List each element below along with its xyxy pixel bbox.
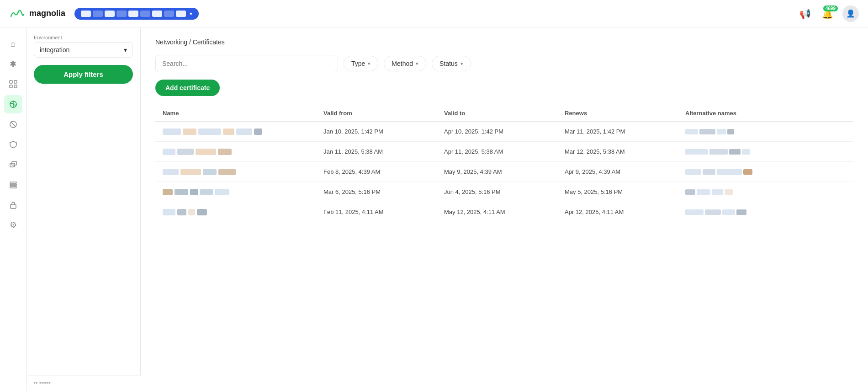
topbar: magnolia ▾ 📢 🔔 4699 👤 <box>0 0 868 27</box>
row-2-valid-to: Apr 11, 2025, 5:38 AM <box>444 148 565 155</box>
table-row[interactable]: Jan 10, 2025, 1:42 PM Apr 10, 2025, 1:42… <box>155 122 853 142</box>
row-4-valid-to: Jun 4, 2025, 5:16 PM <box>444 188 565 195</box>
row-4-valid-from: Mar 6, 2025, 5:16 PM <box>323 188 444 195</box>
row-4-name <box>163 189 323 195</box>
add-certificate-button[interactable]: Add certificate <box>155 80 220 96</box>
sidebar-item-grid[interactable] <box>4 75 22 93</box>
breadcrumb-separator: / <box>187 38 193 46</box>
logo-text: magnolia <box>29 9 65 18</box>
env-block-9 <box>176 11 186 17</box>
method-filter-button[interactable]: Method ▾ <box>384 56 426 71</box>
env-selector[interactable]: ▾ <box>74 8 199 20</box>
sidebar-item-lock[interactable] <box>4 196 22 214</box>
row-4-renews: May 5, 2025, 5:16 PM <box>565 188 685 195</box>
search-input[interactable] <box>155 55 338 72</box>
env-block-5 <box>128 11 138 17</box>
col-header-valid-to: Valid to <box>444 110 565 117</box>
layout: ⌂ ✱ <box>0 27 868 391</box>
type-filter-button[interactable]: Type ▾ <box>344 56 378 71</box>
env-block-8 <box>164 11 174 17</box>
sidebar-item-asterisk[interactable]: ✱ <box>4 55 22 73</box>
method-filter-chevron-icon: ▾ <box>416 61 418 67</box>
col-header-valid-from: Valid from <box>323 110 444 117</box>
env-label: Environment <box>34 35 133 40</box>
sidebar-item-shield[interactable] <box>4 135 22 154</box>
row-2-renews: Mar 12, 2025, 5:38 AM <box>565 148 685 155</box>
col-header-renews: Renews <box>565 110 685 117</box>
table-row[interactable]: Mar 6, 2025, 5:16 PM Jun 4, 2025, 5:16 P… <box>155 182 853 202</box>
sidebar-icons: ⌂ ✱ <box>0 27 26 391</box>
row-3-alt-names <box>685 169 846 175</box>
table-header: Name Valid from Valid to Renews Alternat… <box>155 105 853 122</box>
env-block-4 <box>116 11 127 17</box>
svg-rect-0 <box>10 80 12 83</box>
breadcrumb-current: Certificates <box>193 38 225 46</box>
breadcrumb: Networking / Certificates <box>155 38 853 46</box>
sidebar-item-home[interactable]: ⌂ <box>4 35 22 53</box>
status-filter-chevron-icon: ▾ <box>460 61 463 67</box>
bottom-bar-text: •• •••••• <box>34 380 51 386</box>
row-2-alt-names <box>685 149 846 155</box>
svg-rect-10 <box>10 182 16 183</box>
svg-rect-13 <box>11 204 16 209</box>
row-5-valid-to: May 12, 2025, 4:11 AM <box>444 209 565 215</box>
notification-badge: 4699 <box>823 5 838 11</box>
env-dropdown-value: integration <box>40 46 69 54</box>
svg-rect-12 <box>10 187 16 188</box>
env-dropdown-chevron-icon: ▾ <box>124 46 127 54</box>
type-filter-label: Type <box>351 60 365 67</box>
certificates-table: Name Valid from Valid to Renews Alternat… <box>155 105 853 222</box>
env-select-container: Environment integration ▾ <box>34 35 133 58</box>
filter-panel: Environment integration ▾ Apply filters <box>26 27 141 391</box>
row-4-alt-names <box>685 189 846 195</box>
env-block-7 <box>152 11 162 17</box>
status-filter-label: Status <box>439 60 458 67</box>
main-content: Networking / Certificates Type ▾ Method … <box>141 27 868 391</box>
megaphone-button[interactable]: 📢 <box>798 6 813 21</box>
row-3-renews: Apr 9, 2025, 4:39 AM <box>565 168 685 175</box>
row-1-valid-from: Jan 10, 2025, 1:42 PM <box>323 128 444 135</box>
search-filter-row: Type ▾ Method ▾ Status ▾ <box>155 55 853 72</box>
apply-filters-button[interactable]: Apply filters <box>34 65 133 84</box>
sidebar-item-tag[interactable] <box>4 155 22 174</box>
table-row[interactable]: Feb 8, 2025, 4:39 AM May 9, 2025, 4:39 A… <box>155 162 853 182</box>
env-block-3 <box>105 11 115 17</box>
sidebar-item-networking[interactable] <box>4 95 22 113</box>
env-block-6 <box>140 11 150 17</box>
topbar-right: 📢 🔔 4699 👤 <box>798 5 859 22</box>
notification-button[interactable]: 🔔 4699 <box>820 6 835 21</box>
env-selector-items <box>81 11 186 17</box>
row-3-valid-from: Feb 8, 2025, 4:39 AM <box>323 168 444 175</box>
row-5-name <box>163 209 323 215</box>
status-filter-button[interactable]: Status ▾ <box>432 56 471 71</box>
env-block-1 <box>81 11 91 17</box>
env-dropdown[interactable]: integration ▾ <box>34 42 133 58</box>
sidebar-item-block[interactable] <box>4 115 22 134</box>
method-filter-label: Method <box>392 60 413 67</box>
svg-rect-2 <box>10 85 12 88</box>
breadcrumb-parent: Networking <box>155 38 187 46</box>
svg-rect-1 <box>14 80 17 83</box>
logo: magnolia <box>9 8 65 19</box>
bottom-bar: •• •••••• <box>26 375 141 391</box>
topbar-left: magnolia ▾ <box>9 8 199 20</box>
table-row[interactable]: Feb 11, 2025, 4:11 AM May 12, 2025, 4:11… <box>155 202 853 222</box>
row-3-valid-to: May 9, 2025, 4:39 AM <box>444 168 565 175</box>
user-avatar[interactable]: 👤 <box>842 5 859 22</box>
env-block-2 <box>93 11 103 17</box>
col-header-name: Name <box>163 110 323 117</box>
row-2-valid-from: Jan 11, 2025, 5:38 AM <box>323 148 444 155</box>
sidebar-item-list[interactable] <box>4 176 22 194</box>
sidebar-item-settings[interactable]: ⚙ <box>4 216 22 234</box>
row-5-valid-from: Feb 11, 2025, 4:11 AM <box>323 209 444 215</box>
table-row[interactable]: Jan 11, 2025, 5:38 AM Apr 11, 2025, 5:38… <box>155 142 853 162</box>
svg-rect-11 <box>10 184 16 186</box>
logo-icon <box>9 8 26 19</box>
row-5-alt-names <box>685 209 846 215</box>
row-1-alt-names <box>685 129 846 134</box>
row-2-name <box>163 149 323 155</box>
row-1-name <box>163 129 323 135</box>
row-5-renews: Apr 12, 2025, 4:11 AM <box>565 209 685 215</box>
row-1-renews: Mar 11, 2025, 1:42 PM <box>565 128 685 135</box>
type-filter-chevron-icon: ▾ <box>368 61 370 67</box>
